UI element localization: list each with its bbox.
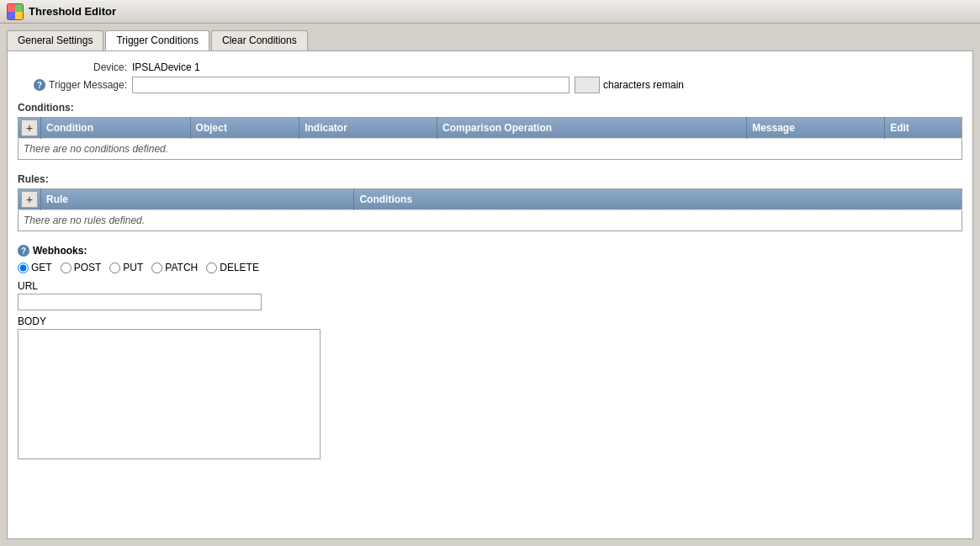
device-label: Device:	[18, 61, 127, 73]
method-get-radio[interactable]	[18, 262, 29, 273]
device-value: IPSLADevice 1	[132, 61, 200, 73]
body-textarea[interactable]	[18, 329, 320, 459]
chars-remain-input	[575, 77, 600, 93]
method-post-radio[interactable]	[61, 262, 72, 273]
method-patch-label[interactable]: PATCH	[151, 262, 198, 273]
conditions-col-edit: Edit	[885, 118, 962, 139]
method-post-label[interactable]: POST	[61, 262, 102, 273]
conditions-col-comparison: Comparison Operation	[437, 118, 747, 139]
tab-general-settings[interactable]: General Settings	[7, 30, 103, 50]
body-section: BODY	[18, 315, 962, 462]
svg-rect-1	[8, 4, 15, 12]
trigger-message-help-icon[interactable]: ?	[34, 79, 45, 91]
main-container: General Settings Trigger Conditions Clea…	[0, 24, 980, 546]
method-patch-radio[interactable]	[151, 262, 162, 273]
rules-col-rule: Rule	[41, 189, 354, 210]
url-row: URL	[18, 280, 962, 310]
webhooks-section-label: Webhooks:	[33, 245, 87, 257]
device-row: Device: IPSLADevice 1	[18, 61, 962, 73]
title-bar: Threshold Editor	[0, 0, 980, 24]
webhooks-method-group: GET POST PUT PATCH DELETE	[18, 262, 962, 273]
conditions-col-object: Object	[190, 118, 299, 139]
trigger-message-label: ?Trigger Message:	[18, 79, 127, 92]
method-delete-radio[interactable]	[206, 262, 217, 273]
app-title: Threshold Editor	[29, 5, 116, 18]
rules-col-conditions: Conditions	[354, 189, 962, 210]
trigger-message-input[interactable]	[132, 77, 569, 93]
rules-table: + Rule Conditions There are no rules def…	[18, 188, 962, 231]
content-panel: Device: IPSLADevice 1 ?Trigger Message: …	[7, 50, 973, 539]
rules-add-button[interactable]: +	[21, 191, 38, 208]
conditions-empty-row: There are no conditions defined.	[19, 139, 962, 160]
conditions-header-row: + Condition Object Indicator Comparison …	[19, 118, 962, 139]
conditions-add-button[interactable]: +	[21, 119, 38, 136]
svg-rect-4	[15, 12, 23, 19]
conditions-col-message: Message	[747, 118, 885, 139]
rules-add-col: +	[19, 189, 41, 210]
webhooks-section: ? Webhooks: GET POST PUT	[18, 245, 962, 462]
method-put-radio[interactable]	[109, 262, 120, 273]
conditions-col-condition: Condition	[41, 118, 191, 139]
conditions-col-indicator: Indicator	[299, 118, 437, 139]
webhooks-help-icon[interactable]: ?	[18, 245, 29, 257]
conditions-table: + Condition Object Indicator Comparison …	[18, 117, 962, 160]
chars-remain-label: characters remain	[603, 79, 684, 91]
body-label: BODY	[18, 315, 962, 327]
svg-rect-3	[8, 12, 15, 19]
svg-rect-2	[15, 4, 23, 12]
rules-empty-row: There are no rules defined.	[19, 210, 962, 231]
rules-empty-message: There are no rules defined.	[19, 210, 962, 231]
trigger-message-row: ?Trigger Message: characters remain	[18, 77, 962, 93]
tab-clear-conditions[interactable]: Clear Conditions	[211, 30, 308, 50]
url-label: URL	[18, 280, 962, 292]
rules-header-row: + Rule Conditions	[19, 189, 962, 210]
tab-bar: General Settings Trigger Conditions Clea…	[7, 30, 973, 50]
app-logo	[7, 3, 24, 20]
method-get-label[interactable]: GET	[18, 262, 52, 273]
method-put-label[interactable]: PUT	[109, 262, 143, 273]
rules-section: Rules: + Rule Conditions There are no ru…	[18, 173, 962, 231]
method-delete-label[interactable]: DELETE	[206, 262, 259, 273]
rules-section-label: Rules:	[18, 173, 962, 185]
conditions-section-label: Conditions:	[18, 102, 962, 114]
url-input[interactable]	[18, 294, 262, 310]
conditions-add-col: +	[19, 118, 41, 139]
webhooks-header: ? Webhooks:	[18, 245, 962, 257]
conditions-empty-message: There are no conditions defined.	[19, 139, 962, 160]
tab-trigger-conditions[interactable]: Trigger Conditions	[105, 30, 209, 50]
chars-remain-group: characters remain	[575, 77, 684, 93]
